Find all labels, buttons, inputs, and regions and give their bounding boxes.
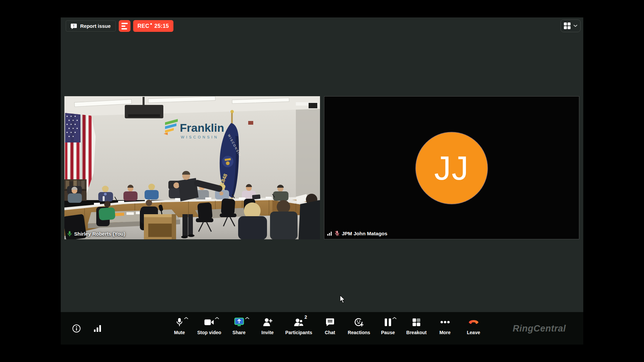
meeting-window: ! Report issue REC 25:15 — [61, 17, 583, 345]
video-tile-remote[interactable]: JJ JPM John Matagos — [324, 96, 579, 239]
reactions-button[interactable]: Reactions — [348, 317, 370, 335]
chevron-up-icon[interactable] — [184, 315, 189, 321]
button-label: Participants — [285, 330, 312, 335]
svg-text:Franklin: Franklin — [180, 121, 224, 134]
chevron-up-icon[interactable] — [245, 315, 250, 321]
pause-button[interactable]: Pause — [377, 317, 399, 335]
more-button[interactable]: More — [434, 317, 456, 335]
participants-count-badge: 2 — [305, 314, 307, 320]
button-label: Breakout — [406, 330, 427, 335]
leave-call-icon — [469, 320, 479, 324]
rec-dot-icon — [150, 23, 152, 25]
chevron-up-icon[interactable] — [215, 315, 219, 321]
pause-icon — [384, 318, 391, 326]
avatar: JJ — [416, 132, 487, 204]
button-label: Leave — [467, 330, 480, 335]
recording-queue-icon[interactable] — [119, 20, 130, 32]
video-tile-local[interactable]: Franklin WISCONSIN — [64, 96, 320, 239]
video-grid: Franklin WISCONSIN — [64, 96, 579, 239]
svg-text:!: ! — [73, 24, 74, 27]
report-issue-button[interactable]: ! Report issue — [66, 20, 116, 32]
camera-icon — [204, 319, 214, 326]
council-chamber-video: Franklin WISCONSIN — [64, 96, 320, 239]
breakout-rooms-icon — [412, 318, 421, 326]
rec-label: REC — [138, 23, 149, 29]
chat-button[interactable]: Chat — [319, 317, 341, 335]
button-label: Invite — [261, 330, 274, 335]
stop-video-button[interactable]: Stop video — [197, 317, 221, 335]
recording-indicator[interactable]: REC 25:15 — [133, 20, 173, 32]
chat-icon — [326, 318, 334, 326]
button-label: More — [439, 330, 450, 335]
rec-timer: 25:15 — [154, 23, 169, 29]
more-icon — [440, 320, 450, 324]
participants-icon: 2 — [294, 318, 304, 326]
svg-text:WISCONSIN: WISCONSIN — [181, 135, 219, 139]
invite-button[interactable]: Invite — [257, 317, 278, 335]
button-label: Pause — [381, 330, 395, 335]
screen-share-icon — [234, 317, 244, 327]
participant-name-local: Shirley Roberts (You) — [67, 231, 125, 237]
smiley-add-icon — [354, 318, 364, 327]
button-label: Share — [232, 330, 246, 335]
leave-button[interactable]: Leave — [463, 317, 484, 335]
mouse-cursor — [340, 295, 346, 305]
breakout-button[interactable]: Breakout — [406, 317, 427, 335]
toolbar-buttons: Mute Stop video Share — [169, 317, 484, 335]
gallery-view-button[interactable] — [560, 19, 581, 32]
button-label: Stop video — [197, 330, 221, 335]
avatar-initials: JJ — [434, 149, 469, 187]
participants-button[interactable]: 2 Participants — [285, 317, 312, 335]
chevron-up-icon[interactable] — [392, 315, 397, 321]
chevron-down-icon — [573, 24, 578, 27]
button-label: Chat — [325, 330, 335, 335]
connection-quality-icon[interactable] — [94, 325, 102, 332]
share-button[interactable]: Share — [228, 317, 250, 335]
button-label: Mute — [174, 330, 185, 335]
person-add-icon — [263, 318, 272, 326]
ringcentral-logo: RingCentral — [513, 323, 566, 334]
feedback-bubble-icon: ! — [71, 23, 77, 29]
participant-name-text: Shirley Roberts (You) — [74, 231, 125, 237]
mute-button[interactable]: Mute — [169, 317, 190, 335]
signal-strength-icon — [327, 231, 332, 236]
participant-name-remote: JPM John Matagos — [327, 231, 387, 236]
button-label: Reactions — [348, 330, 370, 335]
gallery-grid-icon — [564, 22, 571, 29]
mic-muted-icon — [335, 231, 339, 236]
report-issue-label: Report issue — [80, 23, 111, 29]
meeting-toolbar: Mute Stop video Share — [61, 312, 583, 345]
participant-name-text: JPM John Matagos — [342, 231, 387, 236]
mic-on-icon — [67, 231, 72, 237]
microphone-icon — [176, 318, 183, 327]
meeting-info-button[interactable] — [72, 324, 81, 333]
